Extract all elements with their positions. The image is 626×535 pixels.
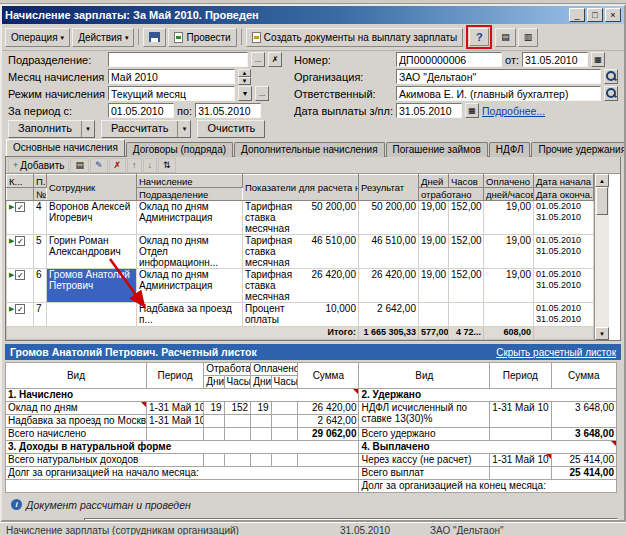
result-cell[interactable]: 50 200,00 — [359, 201, 419, 235]
calendar-icon[interactable]: ▦ — [465, 103, 479, 118]
department-clear-button[interactable]: ✗ — [268, 52, 282, 67]
paid-cell[interactable]: 19,00 — [484, 269, 534, 303]
column-header-accrual[interactable]: Начисление — [137, 175, 243, 188]
employee-cell[interactable]: Воронов Алексей Игоревич — [47, 201, 137, 235]
clear-button[interactable]: Очистить — [197, 120, 265, 138]
period-from-field[interactable] — [108, 103, 174, 118]
scroll-down-icon[interactable]: ▼ — [595, 327, 609, 340]
delete-row-button[interactable]: ✗ — [109, 158, 127, 173]
indicator-cell[interactable]: Тарифная ставка месячная26 420,00 — [243, 269, 359, 303]
minimize-button[interactable]: _ — [569, 8, 585, 22]
column-header-date-end[interactable]: Дата оконча... — [534, 188, 594, 201]
table-row-selected[interactable]: ▶✓ 6 Громов Анатолий Петрович Оклад по д… — [7, 269, 594, 303]
sort-button[interactable]: ⇅ — [158, 158, 176, 173]
scroll-up-icon[interactable]: ▲ — [595, 174, 609, 187]
column-header-worked[interactable]: отработано — [419, 188, 484, 201]
details-link[interactable]: Подробнее... — [482, 105, 545, 117]
result-cell[interactable]: 2 642,00 — [359, 303, 419, 327]
move-up-button[interactable]: ↑ — [127, 158, 142, 173]
mode-choose-button[interactable]: ... — [255, 86, 269, 101]
spin-up-icon[interactable]: ▲ — [238, 69, 251, 77]
dates-cell[interactable]: 01.05.201031.05.2010 — [534, 303, 594, 327]
row-checkbox[interactable]: ✓ — [15, 236, 25, 246]
tab-loan-repayment[interactable]: Погашение займов — [386, 142, 488, 157]
hours-cell[interactable] — [449, 303, 484, 327]
edit-row-button[interactable]: ✎ — [90, 158, 108, 173]
actions-menu-button[interactable]: Действия ▾ — [72, 28, 134, 47]
organization-field[interactable] — [396, 69, 601, 84]
add-row-button[interactable]: + Добавить — [8, 158, 69, 173]
tab-ndfl[interactable]: НДФЛ — [489, 142, 531, 157]
mode-dropdown-button[interactable]: ▾ — [238, 86, 252, 101]
responsible-field[interactable] — [396, 86, 601, 101]
responsible-lookup-button[interactable] — [604, 86, 618, 101]
hours-cell[interactable]: 152,00 — [449, 235, 484, 269]
dates-cell[interactable]: 01.05.201031.05.2010 — [534, 235, 594, 269]
document-date-field[interactable] — [522, 52, 588, 67]
department-choose-button[interactable]: ... — [251, 52, 265, 67]
save-button[interactable] — [143, 28, 166, 47]
column-header-days[interactable]: Дней — [419, 175, 449, 188]
column-header-p[interactable]: П... — [34, 175, 47, 188]
employee-cell[interactable]: Горин Роман Александрович — [47, 235, 137, 269]
row-marker-cell[interactable]: ▶✓ — [7, 201, 34, 235]
table-row[interactable]: ▶✓ 4 Воронов Алексей Игоревич Оклад по д… — [7, 201, 594, 235]
copy-row-button[interactable]: ▤ — [70, 158, 89, 173]
days-cell[interactable] — [419, 303, 449, 327]
help-button[interactable]: ? — [469, 28, 489, 46]
tab-other-deductions[interactable]: Прочие удержания — [531, 142, 626, 157]
table-row[interactable]: ▶✓ 5 Горин Роман Александрович Оклад по … — [7, 235, 594, 269]
indicator-cell[interactable]: Тарифная ставка месячная50 200,00 — [243, 201, 359, 235]
accrual-cell[interactable]: Надбавка за проезд п... — [137, 303, 243, 327]
column-header-result[interactable]: Результат — [359, 175, 419, 201]
tab-main-accruals[interactable]: Основные начисления — [6, 139, 125, 156]
accrual-cell[interactable]: Оклад по днямАдминистрация — [137, 201, 243, 235]
fill-button[interactable]: Заполнить ▾ — [8, 120, 95, 138]
scrollbar-track[interactable] — [595, 215, 609, 327]
hours-cell[interactable]: 152,00 — [449, 269, 484, 303]
organization-lookup-button[interactable] — [604, 69, 618, 84]
column-header-num[interactable]: № — [34, 188, 47, 201]
row-checkbox[interactable]: ✓ — [15, 270, 25, 280]
grid-vertical-scrollbar[interactable]: ▲ ▼ — [594, 174, 609, 340]
row-checkbox[interactable]: ✓ — [15, 202, 25, 212]
chevron-down-icon[interactable]: ▾ — [177, 121, 190, 137]
close-button[interactable]: × — [605, 8, 621, 22]
result-cell[interactable]: 46 510,00 — [359, 235, 419, 269]
department-field[interactable] — [108, 52, 248, 67]
operation-menu-button[interactable]: Операция ▾ — [5, 28, 70, 47]
accrual-mode-field[interactable] — [108, 86, 235, 101]
accrual-month-field[interactable] — [108, 69, 235, 84]
column-header-paid[interactable]: Оплачено — [484, 175, 534, 188]
paid-cell[interactable]: 19,00 — [484, 201, 534, 235]
column-header-date-start[interactable]: Дата начала — [534, 175, 594, 188]
number-field[interactable] — [396, 52, 502, 67]
show-structure-button[interactable]: ▤ — [495, 28, 516, 47]
days-cell[interactable]: 19,00 — [419, 269, 449, 303]
calendar-icon[interactable]: ▦ — [591, 52, 605, 67]
month-spinner[interactable]: ▲ ▼ — [238, 69, 251, 84]
row-marker-cell[interactable]: ▶✓ — [7, 269, 34, 303]
dates-cell[interactable]: 01.05.201031.05.2010 — [534, 269, 594, 303]
employee-cell-selected[interactable]: Громов Анатолий Петрович — [47, 269, 137, 303]
days-cell[interactable]: 19,00 — [419, 201, 449, 235]
row-marker-cell[interactable]: ▶✓ — [7, 235, 34, 269]
title-bar[interactable]: Начисление зарплаты: За Май 2010. Провед… — [2, 6, 624, 24]
indicator-cell[interactable]: Процент оплаты10,000 — [243, 303, 359, 327]
table-row[interactable]: ▶✓ 7 Надбавка за проезд п... Процент опл… — [7, 303, 594, 327]
show-list-button[interactable]: ▥ — [518, 28, 539, 47]
scrollbar-thumb[interactable] — [596, 187, 608, 215]
accrual-cell[interactable]: Оклад по днямОтдел информационн... — [137, 235, 243, 269]
paid-cell[interactable] — [484, 303, 534, 327]
post-button[interactable]: Провести — [168, 28, 236, 47]
column-header-department[interactable]: Подразделение — [137, 188, 243, 201]
accrual-cell[interactable]: Оклад по днямАдминистрация — [137, 269, 243, 303]
dates-cell[interactable]: 01.05.201031.05.2010 — [534, 201, 594, 235]
days-cell[interactable]: 19,00 — [419, 235, 449, 269]
column-header-employee[interactable]: Сотрудник — [47, 175, 137, 201]
hide-payslip-link[interactable]: Скрыть расчетный листок — [496, 347, 616, 358]
chevron-down-icon[interactable]: ▾ — [81, 121, 94, 137]
paid-cell[interactable]: 19,00 — [484, 235, 534, 269]
column-header-check[interactable]: К... — [7, 175, 34, 188]
maximize-button[interactable]: □ — [587, 8, 603, 22]
